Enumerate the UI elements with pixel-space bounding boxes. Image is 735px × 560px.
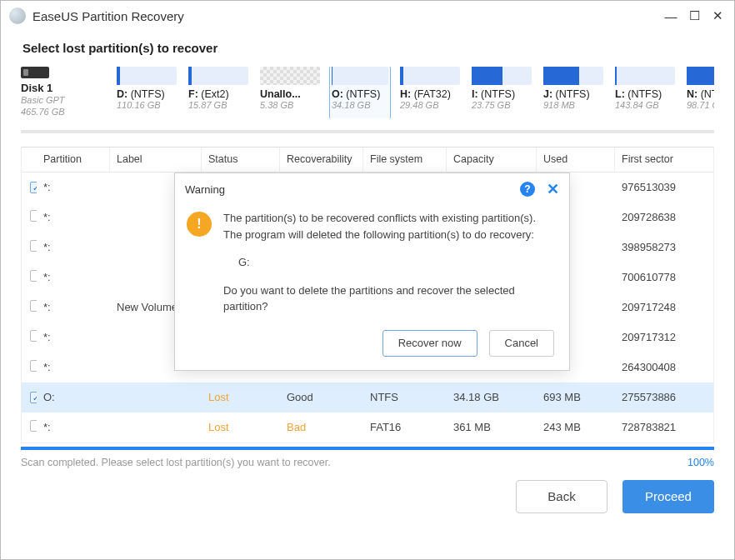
progress-percent: 100% — [688, 457, 714, 468]
disk-icon — [21, 67, 49, 78]
table-row[interactable]: ✓O:LostGoodNTFS34.18 GB693 MB275573886 — [22, 382, 713, 412]
dialog-header: Warning ? ✕ — [175, 173, 569, 205]
dialog-line2: Do you want to delete the partitions and… — [223, 282, 554, 315]
disk-name: Disk 1 — [21, 82, 100, 94]
partition-block[interactable]: H: (FAT32)29.48 GB — [400, 67, 460, 118]
partition-block[interactable]: O: (NTFS)34.18 GB — [330, 67, 390, 118]
column-header[interactable]: First sector — [615, 148, 713, 172]
row-checkbox[interactable] — [30, 270, 37, 282]
title-bar: EaseUS Partition Recovery — ☐ ✕ — [1, 1, 734, 31]
warning-icon: ! — [187, 212, 212, 237]
partition-block[interactable]: F: (Ext2)15.87 GB — [188, 67, 248, 118]
footer: Back Proceed — [1, 480, 734, 528]
dialog-message: The partition(s) to be recovered conflic… — [223, 210, 554, 315]
progress-bar — [21, 447, 714, 450]
partition-block[interactable]: N: (NTF98.71 G — [687, 67, 714, 118]
column-header[interactable]: Recoverability — [280, 148, 363, 172]
status-text: Scan completed. Please select lost parti… — [21, 457, 331, 468]
proceed-button[interactable]: Proceed — [622, 480, 714, 513]
column-header[interactable]: Partition — [37, 148, 110, 172]
minimize-button[interactable]: — — [659, 4, 682, 28]
app-icon — [9, 8, 26, 24]
app-title: EaseUS Partition Recovery — [32, 9, 659, 23]
disk-overview: Disk 1 Basic GPT 465.76 GB D: (NTFS)110.… — [21, 67, 714, 133]
help-icon[interactable]: ? — [520, 182, 535, 197]
row-checkbox[interactable] — [30, 330, 37, 342]
row-checkbox[interactable] — [30, 300, 37, 312]
column-header[interactable]: Capacity — [447, 148, 537, 172]
partition-block[interactable]: J: (NTFS)918 MB — [543, 67, 603, 118]
column-header[interactable]: Status — [202, 148, 280, 172]
disk-size: 465.76 GB — [21, 106, 100, 118]
row-checkbox[interactable]: ✓ — [30, 392, 37, 403]
dialog-title: Warning — [185, 183, 520, 196]
partition-block[interactable]: Unallo... 5.38 GB — [260, 67, 320, 118]
column-header[interactable]: File system — [363, 148, 447, 172]
table-row[interactable]: *:LostBadFAT16361 MB243 MB728783821 — [22, 412, 713, 442]
warning-dialog: Warning ? ✕ ! The partition(s) to be rec… — [174, 172, 570, 371]
disk-scheme: Basic GPT — [21, 94, 100, 106]
cancel-button[interactable]: Cancel — [489, 330, 554, 357]
close-button[interactable]: ✕ — [706, 4, 729, 28]
dialog-drives: G: — [223, 254, 554, 271]
page-title: Select lost partition(s) to recover — [22, 41, 714, 55]
column-header[interactable]: Label — [110, 148, 202, 172]
row-checkbox[interactable] — [30, 240, 37, 252]
partition-block[interactable]: I: (NTFS)23.75 GB — [472, 67, 532, 118]
row-checkbox[interactable]: ✓ — [30, 182, 37, 193]
row-checkbox[interactable] — [30, 420, 37, 432]
partition-blocks: D: (NTFS)110.16 GBF: (Ext2)15.87 GBUnall… — [117, 67, 714, 118]
dialog-line1: The partition(s) to be recovered conflic… — [223, 210, 554, 242]
dialog-close-button[interactable]: ✕ — [547, 180, 559, 198]
recover-now-button[interactable]: Recover now — [382, 330, 478, 357]
partition-block[interactable]: L: (NTFS)143.84 GB — [615, 67, 675, 118]
disk-info: Disk 1 Basic GPT 465.76 GB — [21, 67, 100, 118]
dialog-footer: Recover now Cancel — [175, 322, 569, 370]
table-header: PartitionLabelStatusRecoverabilityFile s… — [22, 148, 713, 172]
column-header[interactable]: Used — [537, 148, 615, 172]
row-checkbox[interactable] — [30, 360, 37, 372]
row-checkbox[interactable] — [30, 210, 37, 222]
partition-block[interactable]: D: (NTFS)110.16 GB — [117, 67, 177, 118]
back-button[interactable]: Back — [516, 480, 608, 513]
status-line: Scan completed. Please select lost parti… — [21, 457, 714, 468]
maximize-button[interactable]: ☐ — [682, 4, 706, 28]
